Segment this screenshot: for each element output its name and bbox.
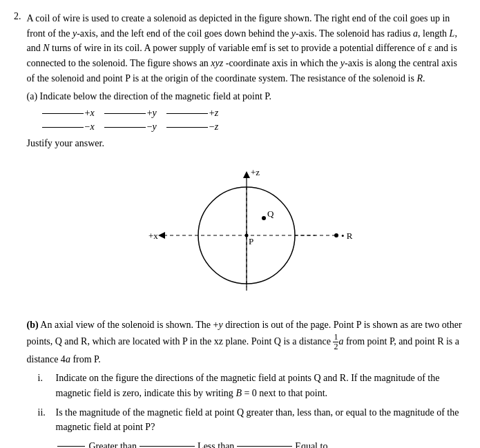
greater-than-label: Greater than (89, 439, 137, 448)
q-label: Q (267, 208, 274, 219)
dir-minus-x: −x (85, 121, 95, 133)
dir-plus-x: +x (85, 108, 95, 119)
blank-equal (237, 446, 292, 447)
question-body: A coil of wire is used to create a solen… (27, 11, 467, 448)
axial-diagram: +z +x P Q • R (122, 156, 371, 308)
sub-ii-text: Is the magnitude of the magnetic field a… (56, 407, 459, 433)
dir-plus-z: +z (209, 108, 218, 119)
part-b-text: An axial view of the solenoid is shown. … (27, 320, 462, 364)
svg-point-8 (262, 217, 265, 220)
part-a-label: (a) Indicate below the direction of the … (27, 91, 467, 102)
sub-ii-body: Is the magnitude of the magnetic field a… (56, 405, 467, 448)
p-label: P (249, 236, 253, 246)
r-label: • R (341, 231, 353, 241)
svg-marker-4 (158, 232, 165, 239)
svg-point-6 (244, 234, 248, 237)
sub-part-i: i. Indicate on the figure the directions… (38, 371, 467, 400)
direction-row-2: −x −y −z (41, 121, 467, 133)
blank-nx (42, 127, 84, 128)
sub-part-ii: ii. Is the magnitude of the magnetic fie… (38, 405, 467, 448)
sub-parts: i. Indicate on the figure the directions… (38, 371, 467, 448)
dir-minus-y: −y (147, 121, 157, 133)
pz-label: +z (251, 167, 260, 177)
question-number: 2. (14, 11, 21, 448)
equal-to-label: Equal to (295, 439, 327, 448)
part-b: (b) An axial view of the solenoid is sho… (27, 318, 467, 367)
sub-i-label: i. (38, 371, 50, 400)
diagram-area: +z +x P Q • R (27, 156, 467, 308)
blank-py (104, 113, 146, 114)
dir-minus-z: −z (209, 121, 218, 133)
justify-a-label: Justify your answer. (27, 138, 467, 149)
sub-ii-label: ii. (38, 405, 50, 448)
blank-greater (57, 446, 85, 447)
less-than-label: Less than (198, 439, 234, 448)
answer-choices-row: Greater than Less than Equal to (56, 439, 467, 448)
direction-row-1: +x +y +z (41, 108, 467, 119)
question-block: 2. A coil of wire is used to create a so… (14, 11, 466, 448)
dir-plus-y: +y (147, 108, 157, 119)
direction-choices: +x +y +z −x −y −z (41, 108, 467, 133)
sub-i-text: Indicate on the figure the directions of… (56, 371, 467, 400)
part-b-label: (b) (27, 320, 39, 330)
blank-pz (166, 113, 208, 114)
px-label: +x (148, 231, 158, 241)
blank-less (140, 446, 195, 447)
blank-nz (166, 127, 208, 128)
question-text: A coil of wire is used to create a solen… (27, 11, 467, 86)
svg-point-9 (334, 233, 338, 237)
blank-px (42, 113, 84, 114)
svg-marker-2 (243, 171, 250, 178)
blank-ny (104, 127, 146, 128)
